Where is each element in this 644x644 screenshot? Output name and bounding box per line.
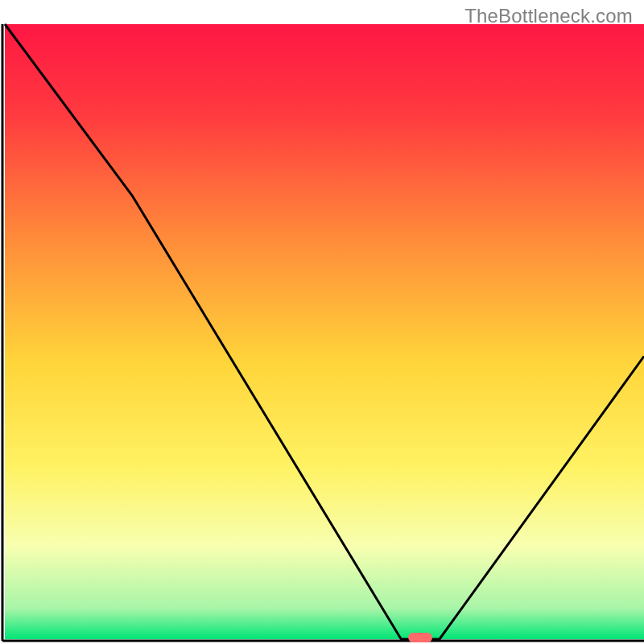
watermark-text: TheBottleneck.com [464, 5, 633, 27]
chart-svg [0, 0, 644, 644]
plot-background [5, 24, 644, 639]
bottleneck-chart: TheBottleneck.com [0, 0, 644, 644]
optimal-marker [408, 633, 432, 642]
